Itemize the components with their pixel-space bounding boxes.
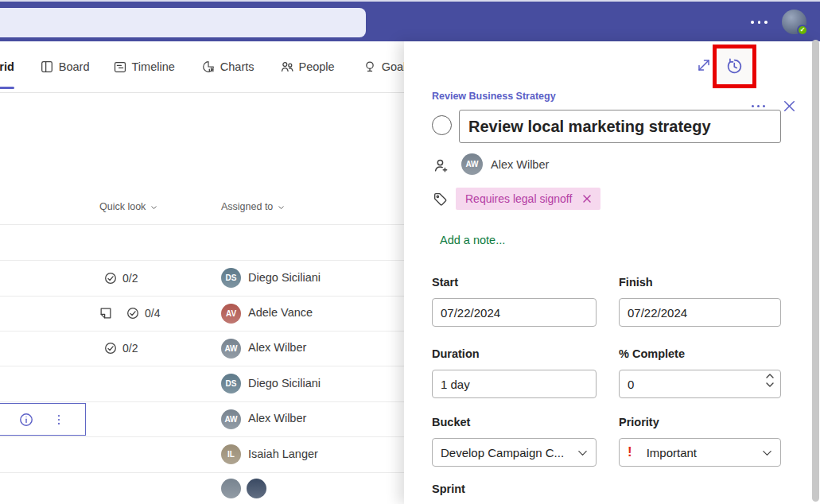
tag-icon — [432, 191, 449, 207]
assignee-name: Alex Wilber — [491, 158, 549, 171]
chevron-down-icon — [277, 203, 286, 211]
tab-label: Grid — [0, 60, 14, 73]
priority-select[interactable]: ! Important — [619, 438, 781, 467]
priority-important-icon: ! — [628, 444, 632, 460]
info-icon[interactable] — [18, 412, 34, 428]
checklist-icon — [103, 341, 118, 355]
checklist-count: 0/2 — [122, 272, 138, 285]
table-row[interactable] — [0, 472, 414, 504]
window-top-edge — [0, 0, 820, 2]
assignee-name: Adele Vance — [248, 306, 313, 319]
person-add-icon[interactable] — [433, 157, 449, 174]
assignee-name: Alex Wilber — [248, 341, 306, 354]
tag-chip: Requires legal signoff — [456, 188, 600, 210]
table-row[interactable]: 0/2DSDiego Siciliani — [0, 260, 414, 296]
assignee-avatar: AV — [221, 304, 241, 324]
selected-row-actions — [0, 403, 86, 436]
tab-people[interactable]: People — [280, 41, 335, 93]
task-details-panel: Review Business Strategy AW Alex Wilber … — [404, 41, 820, 504]
tab-board[interactable]: Board — [40, 41, 90, 93]
search-input[interactable] — [0, 8, 366, 37]
assignee-name: Isaiah Langer — [248, 448, 318, 460]
checklist-icon — [103, 271, 118, 285]
assignee-avatar: DS — [221, 374, 241, 394]
expand-panel-icon[interactable] — [696, 57, 712, 73]
tab-label: Charts — [220, 60, 255, 73]
presence-available-icon: ✓ — [797, 25, 808, 36]
assignee-avatar: AW — [221, 409, 241, 429]
bucket-value: Develop Campaign C... — [441, 446, 564, 459]
assignee-avatar — [247, 479, 266, 498]
start-label: Start — [432, 276, 458, 289]
stepper-arrows-icon[interactable] — [765, 373, 775, 388]
finish-label: Finish — [619, 276, 653, 289]
tab-charts[interactable]: Charts — [201, 41, 255, 93]
avatar[interactable]: ✓ — [782, 10, 806, 34]
assignee-avatar: DS — [221, 268, 241, 288]
tab-label: Timeline — [132, 60, 175, 73]
sprint-label: Sprint — [432, 483, 465, 495]
row-divider — [0, 224, 414, 225]
tab-label: People — [299, 60, 335, 73]
table-row[interactable]: DSDiego Siciliani — [0, 366, 414, 401]
timeline-icon — [113, 60, 127, 74]
bucket-label: Bucket — [432, 416, 470, 428]
assignee-name: Alex Wilber — [248, 412, 306, 425]
checklist-count: 0/4 — [145, 307, 160, 320]
history-icon[interactable] — [725, 57, 744, 76]
panel-more-icon[interactable] — [752, 105, 765, 107]
charts-icon — [201, 60, 216, 74]
checklist-count: 0/2 — [122, 342, 138, 355]
assignee-avatar: AW — [461, 153, 483, 175]
column-header-label: Assigned to — [221, 201, 273, 212]
assignee-name: Diego Siciliani — [248, 377, 321, 390]
remove-tag-icon[interactable] — [581, 193, 593, 204]
table-row[interactable]: AWAlex Wilber — [0, 401, 414, 436]
table-row[interactable]: 0/2AWAlex Wilber — [0, 331, 414, 366]
table-row[interactable]: ILIsaiah Langer — [0, 436, 414, 472]
annotation-highlight-box — [713, 45, 756, 88]
assignee-avatar: IL — [221, 444, 241, 464]
checklist-icon — [126, 306, 140, 320]
chevron-down-icon — [150, 203, 158, 211]
tab-grid[interactable]: Grid — [0, 41, 14, 93]
table-row[interactable]: 0/4AVAdele Vance — [0, 296, 414, 331]
bucket-select[interactable]: Develop Campaign C... — [432, 438, 597, 467]
column-header-label: Quick look — [99, 201, 146, 212]
board-icon — [40, 60, 54, 74]
finish-date-input[interactable] — [619, 298, 781, 327]
tag-label: Requires legal signoff — [465, 192, 572, 205]
task-title-input[interactable] — [459, 110, 781, 143]
percent-complete-stepper — [619, 370, 781, 398]
people-icon — [280, 60, 294, 74]
start-date-input[interactable] — [432, 298, 597, 327]
priority-label: Priority — [619, 416, 659, 428]
kebab-menu-icon[interactable] — [52, 413, 66, 427]
column-header-quick-look[interactable]: Quick look — [99, 201, 158, 212]
chevron-down-icon — [761, 447, 773, 459]
note-icon — [99, 306, 113, 320]
breadcrumb-link[interactable]: Review Business Strategy — [432, 91, 556, 102]
tab-timeline[interactable]: Timeline — [113, 41, 175, 93]
goals-icon — [363, 60, 377, 74]
tab-label: Board — [59, 60, 90, 73]
assignee-avatar: AW — [221, 339, 241, 359]
chevron-down-icon — [577, 447, 589, 459]
teams-title-bar: ✓ — [0, 0, 820, 41]
assignee-avatar — [221, 479, 241, 498]
panel-scrollbar[interactable] — [812, 40, 819, 502]
close-icon[interactable] — [781, 98, 798, 114]
percent-complete-label: % Complete — [619, 347, 685, 360]
priority-value: Important — [647, 446, 697, 459]
add-note-link[interactable]: Add a note... — [440, 234, 505, 246]
column-header-assigned-to[interactable]: Assigned to — [221, 201, 286, 212]
app-window: ✓ GridBoardTimelineChartsPeopleGoals Qui… — [0, 0, 820, 504]
duration-label: Duration — [432, 347, 480, 360]
more-options-icon[interactable] — [751, 21, 768, 24]
assignee-name: Diego Siciliani — [248, 271, 321, 284]
mark-complete-radio[interactable] — [432, 115, 452, 135]
percent-complete-input[interactable] — [619, 370, 781, 398]
duration-input[interactable] — [432, 370, 597, 398]
